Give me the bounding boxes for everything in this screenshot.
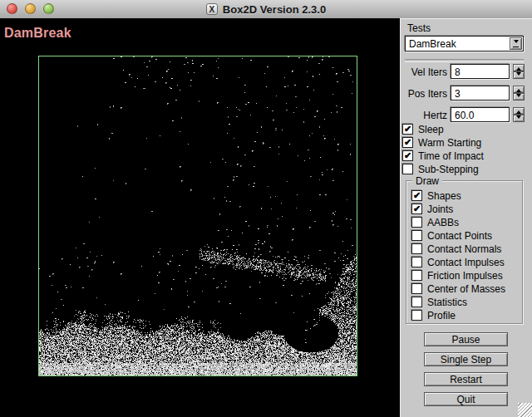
tests-dropdown[interactable]: DamBreak [405, 36, 524, 52]
simulation-viewport[interactable]: DamBreak [0, 18, 400, 417]
checkbox-label: Time of Impact [418, 150, 484, 162]
arrow-up-icon [516, 86, 521, 92]
spinner-up-button[interactable] [513, 107, 525, 115]
checkbox-label: Center of Masses [427, 283, 505, 295]
checkbox-label: Contact Normals [427, 243, 501, 255]
titlebar[interactable]: X Box2D Version 2.3.0 [0, 0, 532, 19]
resize-grip[interactable] [518, 403, 532, 417]
window-title: Box2D Version 2.3.0 [223, 3, 326, 16]
checkbox-label: Joints [427, 204, 453, 215]
checkbox-box[interactable] [411, 297, 422, 307]
checkbox-label: Statistics [427, 297, 467, 308]
pos-iters-label: Pos Iters [401, 88, 447, 100]
checkbox-label: Contact Points [427, 230, 492, 242]
app-window: X Box2D Version 2.3.0 DamBreak Tests Dam… [0, 0, 532, 417]
arrow-up-icon [516, 65, 521, 71]
arrow-up-icon [516, 108, 521, 114]
checkbox-label: Sub-Stepping [418, 164, 479, 175]
pos-iters-stepper[interactable] [513, 86, 525, 101]
hertz-field[interactable]: 60.0 [451, 107, 510, 122]
arrow-down-icon [516, 94, 521, 100]
checkbox-box[interactable] [411, 243, 422, 254]
spinner-down-button[interactable] [513, 71, 525, 79]
particle-canvas[interactable] [39, 56, 357, 375]
spinner-down-button[interactable] [513, 93, 525, 101]
checkbox-box[interactable]: ✔ [411, 190, 422, 201]
spinner-up-button[interactable] [513, 64, 525, 71]
pos-iters-value: 3 [455, 88, 461, 100]
test-name-label: DamBreak [4, 26, 71, 41]
draw-group: Draw ✔ Shapes ✔ Joints AABBs Contact Poi… [406, 180, 523, 324]
checkbox-label: Sleep [418, 124, 444, 135]
hertz-stepper[interactable] [513, 107, 525, 122]
dropdown-bar-icon [513, 47, 519, 47]
checkbox-box[interactable] [411, 257, 422, 267]
dropdown-button[interactable] [510, 37, 522, 50]
vel-iters-field[interactable]: 8 [451, 64, 510, 79]
hertz-label: Hertz [401, 110, 447, 121]
pause-button[interactable]: Pause [424, 332, 508, 346]
restart-button[interactable]: Restart [424, 372, 508, 386]
single-step-button[interactable]: Single Step [424, 352, 508, 366]
checkbox-box[interactable] [411, 270, 422, 281]
checkbox-label: Friction Impulses [427, 270, 503, 282]
checkbox-label: Profile [427, 310, 456, 321]
spinner-down-button[interactable] [513, 115, 525, 122]
tests-dropdown-value: DamBreak [409, 38, 456, 50]
checkbox-box[interactable] [411, 310, 422, 321]
pos-iters-field[interactable]: 3 [451, 86, 510, 101]
checkbox-box[interactable]: ✔ [402, 150, 413, 161]
checkbox-box[interactable] [411, 230, 422, 241]
vel-iters-value: 8 [455, 66, 461, 78]
checkbox-box[interactable] [411, 283, 422, 294]
draw-group-label: Draw [412, 175, 442, 187]
x11-app-icon: X [206, 3, 218, 15]
checkbox-box[interactable] [411, 217, 422, 228]
control-sidebar: Tests DamBreak Vel Iters 8 Pos Iters 3 [400, 18, 532, 417]
checkbox-label: Warm Starting [418, 137, 481, 149]
checkbox-label: AABBs [427, 217, 459, 228]
checkbox-box[interactable]: ✔ [411, 204, 422, 214]
traffic-lights [7, 3, 54, 14]
close-button-icon[interactable] [7, 3, 17, 14]
spinner-up-button[interactable] [513, 86, 525, 93]
title-group: X Box2D Version 2.3.0 [206, 3, 326, 16]
minimize-button-icon[interactable] [25, 3, 36, 14]
checkbox-box[interactable] [402, 164, 413, 174]
checkbox-label: Shapes [427, 190, 461, 202]
checkbox-box[interactable]: ✔ [402, 124, 413, 135]
checkbox-box[interactable]: ✔ [402, 137, 413, 148]
tests-label: Tests [407, 22, 431, 34]
zoom-button-icon[interactable] [43, 3, 54, 14]
arrow-down-icon [516, 72, 521, 78]
checkbox-label: Contact Impulses [427, 257, 505, 268]
separator [405, 59, 524, 62]
hertz-value: 60.0 [455, 110, 474, 121]
vel-iters-label: Vel Iters [401, 66, 447, 78]
quit-button[interactable]: Quit [424, 392, 508, 406]
vel-iters-stepper[interactable] [513, 64, 525, 79]
chevron-down-icon [514, 40, 519, 46]
arrow-down-icon [516, 115, 521, 121]
world-boundary [38, 56, 357, 376]
